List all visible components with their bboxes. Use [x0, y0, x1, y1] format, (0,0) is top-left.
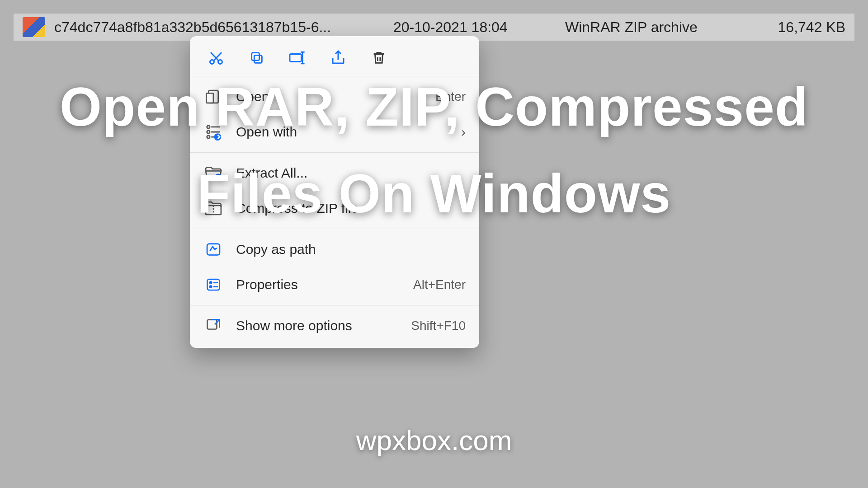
file-date: 20-10-2021 18:04 — [393, 19, 556, 36]
svg-rect-4 — [290, 54, 302, 62]
svg-point-8 — [207, 131, 210, 133]
svg-rect-3 — [252, 53, 259, 61]
rename-icon[interactable] — [288, 49, 307, 67]
svg-point-1 — [218, 60, 222, 64]
svg-point-7 — [207, 126, 210, 128]
open-with-icon — [203, 122, 223, 142]
menu-item-label: Extract All... — [236, 165, 466, 181]
copy-path-icon — [203, 239, 223, 259]
menu-item-label: Open with — [236, 124, 448, 140]
extract-icon — [203, 163, 223, 183]
svg-point-16 — [210, 286, 212, 288]
show-more-icon — [203, 316, 223, 336]
menu-copy-path[interactable]: Copy as path — [190, 232, 479, 267]
menu-item-label: Properties — [236, 277, 401, 292]
menu-properties[interactable]: Properties Alt+Enter — [190, 267, 479, 302]
winrar-icon — [23, 17, 45, 37]
menu-item-shortcut: Enter — [435, 89, 466, 104]
svg-rect-14 — [208, 279, 220, 290]
menu-extract-all[interactable]: Extract All... — [190, 155, 479, 191]
menu-compress-zip[interactable]: Compress to ZIP file — [190, 191, 479, 226]
properties-icon — [203, 275, 223, 295]
menu-item-label: Copy as path — [236, 242, 466, 257]
menu-item-shortcut: Alt+Enter — [413, 277, 466, 292]
menu-item-label: Compress to ZIP file — [236, 201, 466, 216]
share-icon[interactable] — [329, 49, 347, 67]
svg-rect-2 — [254, 55, 262, 63]
compress-icon — [203, 198, 223, 218]
menu-item-label: Show more options — [236, 318, 398, 333]
copy-icon[interactable] — [248, 49, 266, 67]
file-name: c74dc774a8fb81a332b5d65613187b15-6... — [54, 19, 384, 36]
delete-icon[interactable] — [370, 49, 388, 67]
svg-point-0 — [210, 60, 214, 64]
chevron-right-icon: › — [461, 124, 466, 140]
cut-icon[interactable] — [207, 49, 225, 67]
file-size: 16,742 KB — [755, 19, 845, 36]
svg-rect-6 — [207, 93, 213, 103]
svg-point-9 — [207, 136, 210, 138]
menu-item-label: Open — [236, 89, 423, 104]
menu-show-more[interactable]: Show more options Shift+F10 — [190, 308, 479, 343]
svg-rect-13 — [207, 244, 220, 255]
file-type: WinRAR ZIP archive — [565, 19, 746, 36]
menu-iconbar — [190, 41, 479, 73]
menu-open[interactable]: Open Enter — [190, 79, 479, 114]
watermark: wpxbox.com — [0, 424, 868, 456]
open-icon — [203, 87, 223, 107]
menu-item-shortcut: Shift+F10 — [411, 319, 466, 333]
context-menu: Open Enter Open with › Extract All... Co… — [190, 36, 479, 348]
menu-open-with[interactable]: Open with › — [190, 114, 479, 150]
svg-point-15 — [210, 282, 212, 284]
